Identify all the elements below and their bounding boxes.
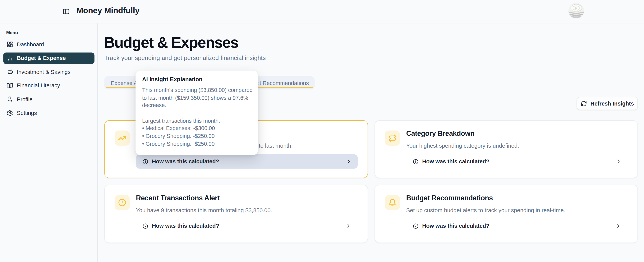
how-calculated-row[interactable]: How was this calculated? [136, 219, 358, 233]
chevron-right-icon [616, 223, 621, 229]
sidebar-item-label: Budget & Expense [17, 55, 66, 61]
card-title: Recent Transactions Alert [136, 194, 220, 203]
popover-body: This month's spending ($3,850.00) compar… [142, 87, 254, 148]
user-icon [6, 96, 13, 102]
popover-transaction-item: • Grocery Shopping: -$250.00 [142, 140, 254, 148]
icon-box [114, 195, 130, 210]
how-calculated-label: How was this calculated? [152, 223, 219, 229]
gear-icon [6, 110, 13, 116]
app-title: Money Mindfully [76, 6, 140, 15]
user-avatar[interactable] [568, 3, 584, 18]
card-subtitle: Your highest spending category is undefi… [406, 143, 519, 149]
popover-transaction-item: • Grocery Shopping: -$250.00 [142, 133, 254, 140]
sidebar-item-label: Investment & Savings [17, 69, 70, 75]
sidebar-item-financial-literacy[interactable]: Financial Literacy [3, 80, 94, 91]
trending-up-icon [118, 134, 126, 143]
card-category-breakdown: Category Breakdown Your highest spending… [374, 120, 638, 178]
how-calculated-row[interactable]: How was this calculated? [136, 154, 358, 169]
sidebar-item-label: Settings [17, 110, 37, 116]
popover-transaction-item: • Medical Expenses: -$300.00 [142, 125, 254, 133]
card-subtitle-fragment: to last month. [259, 143, 293, 149]
card-title: Category Breakdown [406, 130, 474, 138]
ai-insight-popover: AI Insight Explanation This month's spen… [136, 71, 258, 155]
bar-chart-icon [6, 55, 13, 61]
avatar-image [568, 3, 584, 18]
panel-left-icon [62, 8, 70, 15]
app-header: Money Mindfully [0, 0, 644, 23]
bell-icon [388, 198, 397, 207]
chevron-right-icon [346, 159, 351, 164]
sidebar-item-investment-savings[interactable]: Investment & Savings [3, 66, 94, 78]
sidebar-item-dashboard[interactable]: Dashboard [3, 38, 94, 50]
sidebar: Menu Dashboard Budget & Expense [0, 23, 98, 262]
info-icon [413, 223, 418, 229]
card-subtitle: You have 9 transactions this month total… [136, 207, 272, 213]
icon-box [385, 130, 400, 146]
how-calculated-row[interactable]: How was this calculated? [406, 154, 628, 169]
sidebar-item-settings[interactable]: Settings [3, 107, 94, 119]
icon-box [385, 195, 400, 210]
chevron-right-icon [346, 223, 351, 229]
book-open-icon [6, 82, 13, 89]
popover-transactions-heading: Largest transactions this month: [142, 117, 254, 125]
how-calculated-label: How was this calculated? [422, 158, 489, 165]
info-icon [142, 223, 148, 229]
card-budget-recommendations: Budget Recommendations Set up custom bud… [374, 185, 638, 243]
sidebar-item-profile[interactable]: Profile [3, 94, 94, 105]
page-title: Budget & Expenses [104, 34, 238, 51]
chevron-right-icon [616, 159, 621, 164]
sidebar-item-budget-expense[interactable]: Budget & Expense [3, 52, 94, 64]
card-title: Budget Recommendations [406, 194, 493, 203]
alert-circle-icon [118, 198, 126, 207]
how-calculated-row[interactable]: How was this calculated? [406, 219, 628, 233]
sidebar-toggle-button[interactable] [62, 7, 70, 16]
popover-title: AI Insight Explanation [142, 76, 202, 82]
sidebar-item-label: Financial Literacy [17, 82, 60, 89]
how-calculated-label: How was this calculated? [152, 158, 219, 165]
refresh-icon [580, 100, 587, 106]
sidebar-nav: Dashboard Budget & Expense Investme [0, 38, 98, 121]
card-subtitle: Set up custom budget alerts to track you… [406, 207, 565, 213]
repeat-icon [388, 134, 397, 143]
refresh-insights-label: Refresh Insights [590, 100, 634, 106]
page-subtitle: Track your spending and get personalized… [104, 54, 266, 61]
popover-paragraph: This month's spending ($3,850.00) compar… [142, 87, 254, 110]
info-icon [142, 159, 148, 164]
piggy-bank-icon [6, 69, 13, 75]
refresh-insights-button[interactable]: Refresh Insights [577, 97, 638, 110]
sidebar-item-label: Dashboard [17, 41, 44, 47]
app-root: Money Mindfully [0, 0, 644, 262]
dashboard-icon [6, 41, 13, 47]
info-icon [413, 159, 418, 164]
sidebar-item-label: Profile [17, 96, 32, 102]
sidebar-section-label: Menu [6, 30, 18, 35]
icon-box [114, 130, 130, 146]
how-calculated-label: How was this calculated? [422, 223, 489, 229]
card-recent-transactions-alert: Recent Transactions Alert You have 9 tra… [104, 185, 368, 243]
